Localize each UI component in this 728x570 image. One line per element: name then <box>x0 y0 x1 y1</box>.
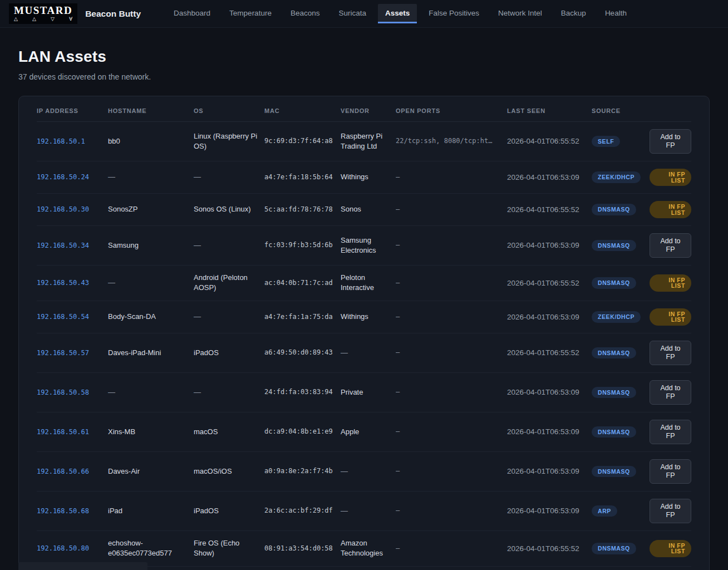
cell-action: Add to FP <box>650 341 691 365</box>
add-to-fp-button[interactable]: Add to FP <box>650 129 691 154</box>
column-header: OPEN PORTS <box>396 107 507 114</box>
cell-last-seen: 2026-04-01T06:53:09 <box>507 240 592 250</box>
cell-last-seen: 2026-04-01T06:53:09 <box>507 505 592 516</box>
ip-address-link[interactable]: 192.168.50.57 <box>37 349 89 357</box>
ip-address-link[interactable]: 192.168.50.43 <box>37 279 89 287</box>
cell-ip: 192.168.50.34 <box>37 240 108 250</box>
cell-last-seen: 2026-04-01T06:53:09 <box>507 387 592 397</box>
nav-tab-suricata[interactable]: Suricata <box>331 4 373 23</box>
triangle-glyph: △ <box>14 17 18 22</box>
table-header-row: IP ADDRESS HOSTNAME OS MAC VENDOR OPEN P… <box>37 96 691 122</box>
cell-action: Add to FP <box>650 459 691 484</box>
add-to-fp-button[interactable]: Add to FP <box>650 233 691 258</box>
cell-ip: 192.168.50.57 <box>37 348 108 358</box>
nav-tab-temperature[interactable]: Temperature <box>222 4 279 23</box>
ip-address-link[interactable]: 192.168.50.66 <box>37 468 89 475</box>
cell-os: — <box>194 312 264 322</box>
cell-vendor: — <box>341 466 396 476</box>
nav-tab-assets[interactable]: Assets <box>378 4 417 23</box>
cell-vendor: Samsung Electronics <box>341 235 396 256</box>
cell-open-ports: — <box>396 466 507 476</box>
column-header: LAST SEEN <box>507 107 592 114</box>
cell-source: SELF <box>592 136 650 148</box>
ip-address-link[interactable]: 192.168.50.68 <box>37 507 89 515</box>
page-subtitle: 37 devices discovered on the network. <box>18 72 710 81</box>
cell-action: Add to FP <box>650 233 691 258</box>
cell-vendor: Amazon Technologies <box>341 538 396 559</box>
cell-vendor: — <box>341 348 396 358</box>
column-header: HOSTNAME <box>108 107 194 114</box>
ip-address-link[interactable]: 192.168.50.30 <box>37 205 89 213</box>
add-to-fp-button[interactable]: Add to FP <box>650 380 691 405</box>
cell-hostname: Xins-MB <box>108 427 194 437</box>
logo-triangles-icon: △△▽∀ <box>14 17 72 22</box>
cell-last-seen: 2026-04-01T06:55:52 <box>507 136 592 146</box>
add-to-fp-button[interactable]: Add to FP <box>650 499 691 523</box>
cell-hostname: — <box>108 172 194 182</box>
source-badge: DNSMASQ <box>592 543 636 554</box>
cell-last-seen: 2026-04-01T06:53:09 <box>507 466 592 476</box>
cell-open-ports: — <box>396 312 507 322</box>
cell-ip: 192.168.50.61 <box>37 427 108 437</box>
ip-address-link[interactable]: 192.168.50.61 <box>37 428 89 436</box>
cell-action: Add to FP <box>650 129 691 154</box>
cell-vendor: Withings <box>341 312 396 322</box>
ip-address-link[interactable]: 192.168.50.24 <box>37 173 89 181</box>
add-to-fp-button[interactable]: Add to FP <box>650 341 691 365</box>
cell-open-ports: — <box>396 240 507 250</box>
cell-vendor: — <box>341 506 396 516</box>
cell-os: iPadOS <box>194 348 264 358</box>
page-title: LAN Assets <box>18 48 710 66</box>
cell-hostname: iPad <box>108 506 194 516</box>
nav-tab-network-intel[interactable]: Network Intel <box>491 4 549 23</box>
cell-hostname: — <box>108 387 194 397</box>
source-badge: DNSMASQ <box>592 277 636 289</box>
in-fp-list-badge: IN FP LIST <box>650 540 691 557</box>
add-to-fp-button[interactable]: Add to FP <box>650 459 691 484</box>
cell-action: IN FP LIST <box>650 540 691 557</box>
source-badge: DNSMASQ <box>592 240 636 252</box>
table-row: 192.168.50.34 Samsung — fc:03:9f:b3:5d:6… <box>37 226 691 266</box>
cell-hostname: Body-Scan-DA <box>108 312 194 322</box>
cell-last-seen: 2026-04-01T06:55:52 <box>507 204 592 215</box>
logo-wordmark: MUSTARD <box>14 5 72 16</box>
source-badge: ZEEK/DHCP <box>592 171 641 183</box>
table-row: 192.168.50.58 — — 24:fd:fa:03:83:94 Priv… <box>37 373 691 412</box>
mustard-logo: MUSTARD △△▽∀ <box>9 3 77 24</box>
table-row: 192.168.50.54 Body-Scan-DA — a4:7e:fa:1a… <box>37 301 691 333</box>
cell-source: DNSMASQ <box>592 347 650 359</box>
cell-action: IN FP LIST <box>650 169 691 186</box>
table-row: 192.168.50.30 SonosZP Sonos OS (Linux) 5… <box>37 194 691 226</box>
ip-address-link[interactable]: 192.168.50.80 <box>37 544 89 552</box>
cell-os: — <box>194 172 264 182</box>
cell-ip: 192.168.50.54 <box>37 312 108 322</box>
cell-mac: dc:a9:04:8b:e1:e9 <box>264 427 341 436</box>
cell-hostname: Daves-Air <box>108 466 194 476</box>
table-row: 192.168.50.43 — Android (Peloton AOSP) a… <box>37 266 691 301</box>
cell-action: IN FP LIST <box>650 201 691 218</box>
ip-address-link[interactable]: 192.168.50.54 <box>37 313 89 321</box>
cell-ip: 192.168.50.43 <box>37 278 108 288</box>
triangle-glyph: ▽ <box>51 17 55 22</box>
cell-ip: 192.168.50.66 <box>37 466 108 476</box>
cell-mac: fc:03:9f:b3:5d:6b <box>264 240 341 250</box>
ip-address-link[interactable]: 192.168.50.1 <box>37 137 85 145</box>
nav-tab-beacons[interactable]: Beacons <box>283 4 327 23</box>
cell-last-seen: 2026-04-01T06:53:09 <box>507 312 592 322</box>
nav-tab-dashboard[interactable]: Dashboard <box>166 4 218 23</box>
nav-tab-backup[interactable]: Backup <box>554 4 593 23</box>
cell-os: Fire OS (Echo Show) <box>194 538 264 559</box>
cell-source: DNSMASQ <box>592 277 650 289</box>
table-row: 192.168.50.80 echoshow-e0635ec0773ed577 … <box>37 531 691 567</box>
ip-address-link[interactable]: 192.168.50.58 <box>37 389 89 396</box>
add-to-fp-button[interactable]: Add to FP <box>650 420 691 444</box>
nav-tab-health[interactable]: Health <box>598 4 634 23</box>
ip-address-link[interactable]: 192.168.50.34 <box>37 242 89 249</box>
cell-mac: 5c:aa:fd:78:76:78 <box>264 205 341 214</box>
source-badge: ARP <box>592 505 617 517</box>
cell-source: DNSMASQ <box>592 387 650 399</box>
nav-tab-false-positives[interactable]: False Positives <box>421 4 486 23</box>
cell-hostname: Daves-iPad-Mini <box>108 348 194 358</box>
cell-action: Add to FP <box>650 420 691 444</box>
cell-source: DNSMASQ <box>592 426 650 438</box>
